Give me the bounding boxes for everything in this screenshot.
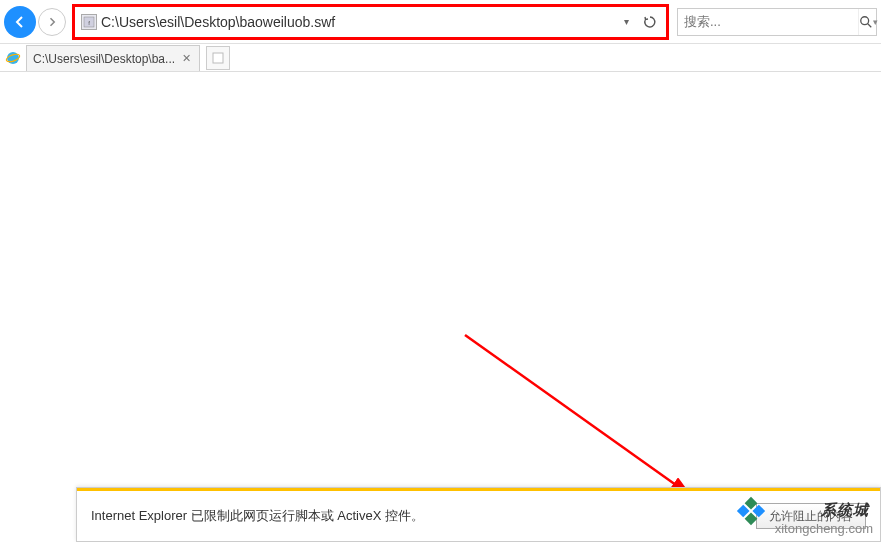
new-tab-button[interactable] — [206, 46, 230, 70]
notification-action-label: 允许阻止的内容 — [769, 508, 853, 525]
svg-rect-6 — [213, 53, 223, 63]
allow-blocked-content-button[interactable]: 允许阻止的内容 — [756, 503, 866, 529]
arrow-left-icon — [12, 14, 28, 30]
search-button[interactable] — [858, 9, 873, 35]
page-content — [0, 72, 881, 542]
browser-toolbar: f ▾ ▾ — [0, 0, 881, 44]
address-input[interactable] — [101, 12, 620, 32]
arrow-right-icon — [46, 16, 58, 28]
activex-notification-bar: Internet Explorer 已限制此网页运行脚本或 ActiveX 控件… — [76, 487, 881, 542]
search-bar: ▾ — [677, 8, 877, 36]
forward-button[interactable] — [38, 8, 66, 36]
search-input[interactable] — [678, 14, 858, 29]
tab-title: C:\Users\esil\Desktop\ba... — [33, 52, 175, 66]
svg-line-3 — [868, 23, 872, 27]
blank-tab-icon — [212, 52, 224, 64]
back-button[interactable] — [4, 6, 36, 38]
tab-close-button[interactable]: ✕ — [179, 52, 193, 66]
address-bar: f ▾ — [72, 4, 669, 40]
svg-point-2 — [861, 16, 869, 24]
notification-body: Internet Explorer 已限制此网页运行脚本或 ActiveX 控件… — [77, 491, 880, 541]
nav-buttons — [4, 6, 66, 38]
tab-bar: C:\Users\esil\Desktop\ba... ✕ — [0, 44, 881, 72]
refresh-icon — [642, 14, 658, 30]
address-dropdown[interactable]: ▾ — [624, 16, 636, 27]
search-icon — [859, 15, 873, 29]
browser-tab[interactable]: C:\Users\esil\Desktop\ba... ✕ — [26, 45, 200, 71]
refresh-button[interactable] — [640, 12, 660, 32]
file-type-icon: f — [81, 14, 97, 30]
ie-logo-icon — [4, 49, 22, 67]
notification-message: Internet Explorer 已限制此网页运行脚本或 ActiveX 控件… — [91, 507, 756, 525]
search-dropdown[interactable]: ▾ — [873, 17, 878, 27]
